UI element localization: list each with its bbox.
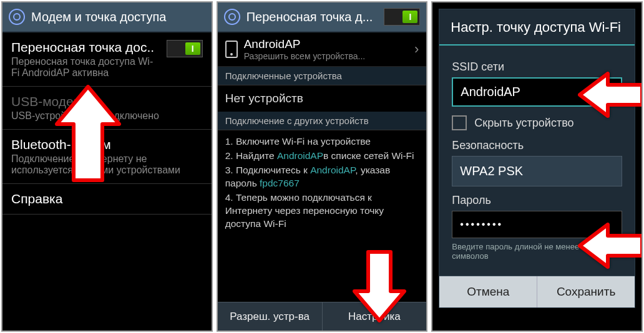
hotspot-subtitle: Переносная точка доступа Wi-Fi AndroidAP…	[11, 56, 160, 79]
annotation-arrow-up-icon	[54, 84, 122, 183]
phone-icon	[225, 41, 238, 58]
header: Модем и точка доступа	[2, 2, 212, 32]
no-devices-text: Нет устройств	[218, 85, 427, 112]
cancel-button[interactable]: Отмена	[439, 276, 537, 307]
password-label: Пароль	[452, 194, 622, 207]
device-name: AndroidAP	[244, 37, 408, 51]
chevron-right-icon: ›	[414, 41, 419, 57]
instructions: 1. Включите Wi-Fi на устройстве 2. Найди…	[218, 130, 427, 230]
section-connected: Подключенные устройства	[218, 67, 427, 85]
settings-icon[interactable]	[9, 9, 25, 25]
page-title: Переносная точка д...	[246, 10, 378, 24]
annotation-arrow-left-icon	[577, 221, 643, 271]
section-howto: Подключение с других устройств	[218, 112, 427, 130]
annotation-arrow-down-icon	[351, 249, 407, 324]
help-item[interactable]: Справка	[2, 184, 212, 215]
help-title: Справка	[11, 191, 62, 206]
hotspot-title: Переносная точка дос..	[11, 40, 160, 55]
security-label: Безопасность	[452, 139, 622, 152]
device-row[interactable]: AndroidAP Разрешить всем устройства... ›	[218, 32, 427, 67]
save-button[interactable]: Сохранить	[537, 276, 635, 307]
allowed-devices-button[interactable]: Разреш. устр-ва	[218, 302, 323, 331]
hotspot-item[interactable]: Переносная точка дос.. Переносная точка …	[2, 32, 212, 87]
settings-icon[interactable]	[224, 9, 240, 25]
hide-device-label: Скрыть устройство	[474, 117, 573, 130]
annotation-arrow-left-icon	[577, 70, 643, 120]
page-title: Модем и точка доступа	[31, 10, 205, 24]
dialog-title: Настр. точку доступа Wi-Fi	[439, 9, 635, 46]
security-select[interactable]: WPA2 PSK	[452, 156, 622, 186]
hotspot-toggle[interactable]	[384, 8, 420, 26]
hide-device-checkbox[interactable]	[452, 115, 467, 130]
hotspot-toggle[interactable]	[167, 40, 203, 57]
device-sub: Разрешить всем устройства...	[244, 51, 408, 61]
header: Переносная точка д...	[218, 2, 427, 32]
